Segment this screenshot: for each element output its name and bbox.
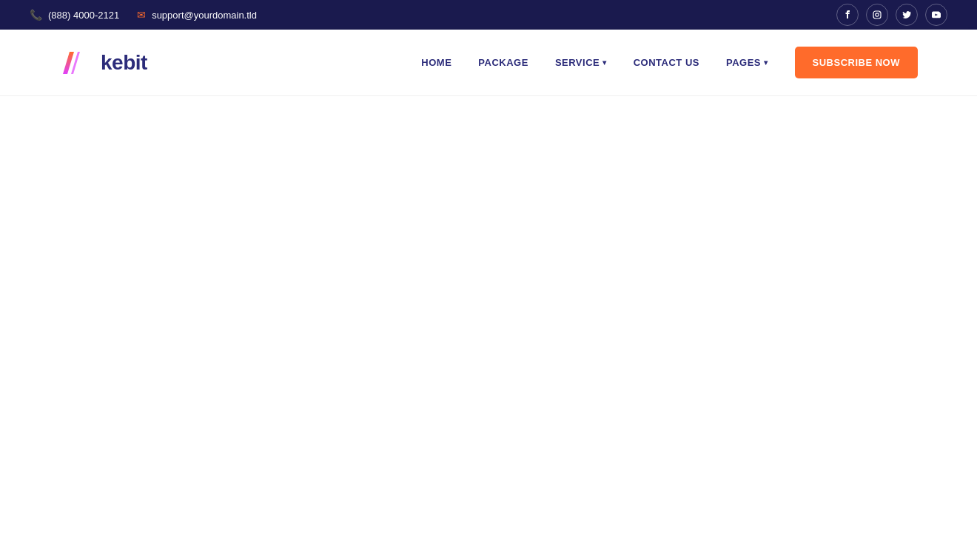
nav-pages[interactable]: PAGES ▾ <box>726 57 768 68</box>
instagram-icon[interactable] <box>866 4 888 26</box>
svg-rect-0 <box>873 11 881 18</box>
top-bar: 📞 (888) 4000-2121 ✉ support@yourdomain.t… <box>0 0 977 30</box>
nav-service[interactable]: SERVICE ▾ <box>555 57 607 68</box>
service-dropdown-icon: ▾ <box>602 58 607 67</box>
social-links <box>836 4 947 26</box>
email-icon: ✉ <box>137 9 146 21</box>
nav-package[interactable]: PACKAGE <box>478 57 528 68</box>
email-item: ✉ support@yourdomain.tld <box>137 9 257 21</box>
main-navbar: kebit HOME PACKAGE SERVICE ▾ CONTACT US … <box>0 30 977 96</box>
phone-item: 📞 (888) 4000-2121 <box>30 9 119 21</box>
youtube-icon[interactable] <box>925 4 947 26</box>
nav-home[interactable]: HOME <box>421 57 451 68</box>
pages-dropdown-icon: ▾ <box>764 58 768 67</box>
logo[interactable]: kebit <box>59 48 147 78</box>
twitter-icon[interactable] <box>896 4 918 26</box>
nav-contact-us[interactable]: CONTACT US <box>634 57 699 68</box>
facebook-icon[interactable] <box>836 4 859 26</box>
svg-point-1 <box>876 13 879 16</box>
logo-text: kebit <box>101 51 147 75</box>
phone-number: (888) 4000-2121 <box>48 10 119 21</box>
email-address: support@yourdomain.tld <box>152 10 257 21</box>
subscribe-button[interactable]: SUBSCRIBE NOW <box>795 47 918 78</box>
logo-icon <box>59 48 96 78</box>
main-content <box>0 96 977 560</box>
phone-icon: 📞 <box>30 9 42 21</box>
svg-point-2 <box>879 12 879 13</box>
top-bar-left: 📞 (888) 4000-2121 ✉ support@yourdomain.t… <box>30 9 257 21</box>
nav-links: HOME PACKAGE SERVICE ▾ CONTACT US PAGES … <box>421 47 918 78</box>
